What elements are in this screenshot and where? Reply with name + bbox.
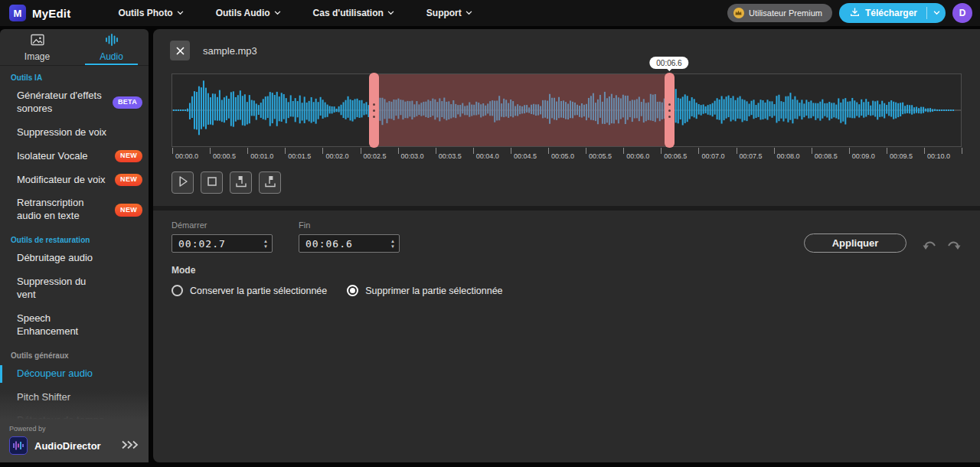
chevron-down-icon	[387, 11, 394, 15]
timeline-label: 00:05.0	[551, 152, 574, 160]
radio-supprimer-la-partie-s-lectionn-e[interactable]: Supprimer la partie sélectionnée	[347, 285, 502, 296]
nav-item-cas-d-utilisation[interactable]: Cas d'utilisation	[313, 8, 394, 18]
timeline-tick	[210, 148, 211, 154]
timeline-label: 00:04.5	[514, 152, 537, 160]
sidebar-item-modificateur-de-voix[interactable]: Modificateur de voixNEW	[0, 168, 149, 192]
nav-item-outils-photo[interactable]: Outils Photo	[118, 8, 183, 18]
end-time-stepper: ▲ ▼	[387, 239, 399, 249]
sidebar-item-suppression-du-vent[interactable]: Suppression du vent	[0, 270, 149, 307]
timeline-label: 00:00.0	[175, 152, 198, 160]
audio-icon	[104, 33, 119, 49]
mark-out-button[interactable]	[259, 171, 281, 194]
stop-button[interactable]	[201, 171, 223, 194]
timeline-label: 00:08.0	[777, 152, 800, 160]
myedit-logo-icon[interactable]: M	[9, 5, 26, 21]
close-file-button[interactable]	[170, 41, 190, 60]
redo-icon[interactable]	[946, 239, 962, 250]
brand-title[interactable]: MyEdit	[32, 7, 70, 20]
section-title: Outils de restauration	[0, 228, 149, 247]
nav-item-outils-audio[interactable]: Outils Audio	[216, 8, 281, 18]
triple-chevron-icon	[121, 439, 139, 452]
download-button[interactable]: Télécharger	[839, 3, 926, 23]
nav-label: Support	[426, 8, 462, 18]
timeline-tick	[698, 148, 699, 154]
end-time-input[interactable]: 00:06.6 ▲ ▼	[299, 234, 400, 253]
sidebar-item-label: Suppression de voix	[17, 126, 106, 139]
undo-icon[interactable]	[922, 239, 937, 250]
stepper-up-icon[interactable]: ▲	[263, 239, 268, 243]
timeline-tick	[661, 148, 662, 154]
user-avatar[interactable]: D	[952, 3, 972, 23]
crown-icon	[733, 8, 744, 18]
new-badge: NEW	[115, 150, 142, 163]
audiodirector-link[interactable]: AudioDirector	[9, 436, 139, 455]
timeline-tick	[586, 148, 586, 154]
sidebar-item-g-n-rateur-d-effets-sonores[interactable]: Générateur d'effets sonoresBETA	[0, 84, 149, 121]
radio-conserver-la-partie-s-lectionn-e[interactable]: Conserver la partie sélectionnée	[172, 285, 327, 296]
timeline-label: 00:09.0	[852, 152, 875, 160]
tab-audio[interactable]: Audio	[74, 29, 149, 65]
timeline-label: 00:09.5	[890, 152, 913, 160]
selection-region[interactable]	[374, 74, 669, 146]
mark-in-button[interactable]	[230, 171, 252, 194]
timeline-label: 00:03.0	[401, 152, 424, 160]
timeline-tick	[623, 148, 624, 154]
mode-label: Mode	[172, 265, 962, 276]
radio-label: Conserver la partie sélectionnée	[190, 286, 327, 296]
timeline-tick	[473, 148, 474, 154]
selection-start-handle[interactable]	[369, 73, 379, 148]
end-field-label: Fin	[299, 220, 400, 230]
tab-image[interactable]: Image	[0, 29, 74, 65]
end-time-value[interactable]: 00:06.6	[299, 238, 387, 250]
editor-panel: sample.mp3 00:06.6 00:00.000:00.500:01.0…	[153, 29, 980, 462]
download-icon	[850, 7, 860, 19]
waveform-panel[interactable]: 00:06.6	[172, 73, 962, 147]
chevron-down-icon	[274, 11, 281, 15]
premium-label: Utilisateur Premium	[749, 8, 822, 18]
start-time-value[interactable]: 00:02.7	[172, 238, 260, 250]
premium-user-button[interactable]: Utilisateur Premium	[727, 4, 832, 22]
sidebar-item-retranscription-audio-en-texte[interactable]: Retranscription audio en texteNEW	[0, 191, 149, 228]
sidebar-item-label: Suppression du vent	[17, 276, 107, 302]
audiodirector-logo-icon	[9, 436, 28, 455]
timeline-tick	[774, 148, 775, 154]
start-time-input[interactable]: 00:02.7 ▲ ▼	[172, 234, 273, 253]
file-name: sample.mp3	[203, 45, 257, 57]
timeline-tick	[849, 148, 850, 154]
download-options-button[interactable]	[927, 3, 946, 23]
stepper-up-icon[interactable]: ▲	[390, 239, 395, 243]
start-time-stepper: ▲ ▼	[260, 239, 272, 249]
sidebar-item-isolateur-vocale[interactable]: Isolateur VocaleNEW	[0, 145, 149, 168]
radio-circle-icon	[172, 285, 183, 296]
sidebar-item-speech-enhancement[interactable]: Speech Enhancement	[0, 307, 149, 344]
stepper-down-icon[interactable]: ▼	[390, 244, 395, 249]
apply-button[interactable]: Appliquer	[804, 234, 906, 253]
timeline-tick	[924, 148, 925, 154]
timeline-label: 00:07.5	[740, 152, 763, 160]
timeline-tick	[436, 148, 436, 154]
tab-label: Audio	[100, 51, 123, 62]
timeline-label: 00:02.5	[364, 152, 387, 160]
radio-label: Supprimer la partie sélectionnée	[365, 286, 502, 296]
timeline-label: 00:00.5	[213, 152, 236, 160]
sidebar-item-d-coupeur-audio[interactable]: Découpeur audio	[0, 362, 149, 386]
sidebar-item-d-bruitage-audio[interactable]: Débruitage audio	[0, 247, 149, 270]
timeline-tick	[285, 148, 286, 154]
stop-icon	[204, 174, 220, 192]
timeline-tick	[887, 148, 887, 154]
timeline-label: 00:01.5	[288, 152, 311, 160]
timeline-tick	[172, 148, 173, 154]
play-button[interactable]	[172, 171, 194, 194]
mark-in-icon	[234, 174, 249, 192]
download-label: Télécharger	[865, 8, 917, 18]
close-icon	[176, 47, 185, 55]
nav-item-support[interactable]: Support	[426, 8, 472, 18]
nav-label: Outils Photo	[118, 8, 172, 18]
timeline-tick	[322, 148, 323, 154]
sidebar-item-suppression-de-voix[interactable]: Suppression de voix	[0, 121, 149, 145]
selection-end-handle[interactable]	[665, 73, 675, 148]
timeline-tick	[247, 148, 248, 154]
timeline-label: 00:06.0	[626, 152, 649, 160]
stepper-down-icon[interactable]: ▼	[263, 244, 268, 249]
top-navbar: M MyEdit Outils PhotoOutils AudioCas d'u…	[0, 0, 980, 26]
